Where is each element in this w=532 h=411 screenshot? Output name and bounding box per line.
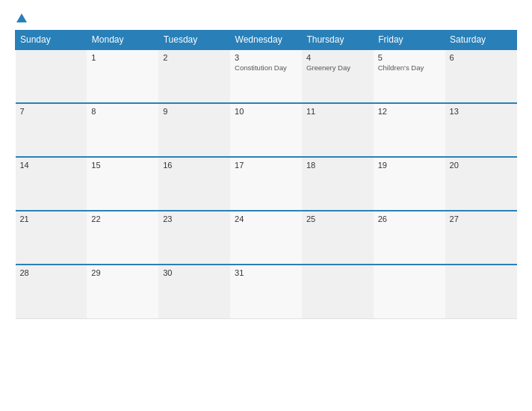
day-number: 2 — [163, 53, 226, 62]
day-number: 6 — [450, 53, 513, 62]
calendar-week-row: 123Constitution Day4Greenery Day5Childre… — [16, 49, 517, 103]
day-number: 4 — [306, 53, 369, 62]
day-number: 22 — [91, 214, 154, 223]
calendar-day-cell: 19 — [374, 157, 445, 211]
calendar-week-row: 21222324252627 — [16, 211, 517, 265]
day-number: 23 — [163, 214, 226, 223]
day-number: 29 — [91, 268, 154, 277]
holiday-label: Children's Day — [378, 64, 441, 72]
logo-triangle-icon — [16, 13, 27, 22]
calendar-day-cell: 7 — [16, 103, 87, 157]
calendar-day-cell: 31 — [230, 265, 302, 318]
day-number: 9 — [163, 107, 226, 116]
calendar-header-row: SundayMondayTuesdayWednesdayThursdayFrid… — [16, 31, 517, 50]
calendar-day-cell — [302, 265, 374, 318]
calendar-day-cell: 24 — [230, 211, 302, 265]
day-number: 13 — [450, 107, 513, 116]
calendar-day-cell: 16 — [158, 157, 230, 211]
day-number: 19 — [378, 161, 441, 170]
calendar-day-cell: 26 — [374, 211, 445, 265]
day-number: 27 — [450, 214, 513, 223]
day-of-week-header: Wednesday — [230, 31, 302, 50]
calendar-day-cell: 1 — [87, 49, 158, 103]
calendar-day-cell: 30 — [158, 265, 230, 318]
calendar-body: 123Constitution Day4Greenery Day5Childre… — [16, 49, 517, 318]
day-number: 10 — [235, 107, 297, 116]
day-number: 20 — [450, 161, 513, 170]
day-of-week-header: Monday — [87, 31, 158, 50]
day-number: 15 — [91, 161, 154, 170]
holiday-label: Constitution Day — [235, 64, 297, 72]
calendar-day-cell: 15 — [87, 157, 158, 211]
calendar-day-cell: 3Constitution Day — [230, 49, 302, 103]
page: SundayMondayTuesdayWednesdayThursdayFrid… — [0, 0, 532, 411]
calendar-day-cell — [374, 265, 445, 318]
calendar-week-row: 78910111213 — [16, 103, 517, 157]
calendar-day-cell: 5Children's Day — [374, 49, 445, 103]
day-of-week-header: Saturday — [445, 31, 517, 50]
calendar-day-cell: 23 — [158, 211, 230, 265]
day-number: 24 — [235, 214, 297, 223]
holiday-label: Greenery Day — [306, 64, 369, 72]
calendar-day-cell: 27 — [445, 211, 517, 265]
calendar-day-cell: 4Greenery Day — [302, 49, 374, 103]
calendar-day-cell — [445, 265, 517, 318]
day-number: 25 — [306, 214, 369, 223]
day-number: 3 — [235, 53, 297, 62]
day-number: 21 — [20, 214, 83, 223]
calendar-day-cell: 20 — [445, 157, 517, 211]
calendar-day-cell: 10 — [230, 103, 302, 157]
day-number: 12 — [378, 107, 441, 116]
header — [15, 13, 517, 22]
calendar-day-cell: 14 — [16, 157, 87, 211]
calendar-day-cell: 6 — [445, 49, 517, 103]
calendar-day-cell — [16, 49, 87, 103]
calendar-day-cell: 18 — [302, 157, 374, 211]
calendar-day-cell: 17 — [230, 157, 302, 211]
day-number: 17 — [235, 161, 297, 170]
day-number: 31 — [235, 268, 297, 277]
day-number: 11 — [306, 107, 369, 116]
day-number: 18 — [306, 161, 369, 170]
calendar-day-cell: 29 — [87, 265, 158, 318]
day-of-week-header: Thursday — [302, 31, 374, 50]
calendar-week-row: 14151617181920 — [16, 157, 517, 211]
calendar-day-cell: 13 — [445, 103, 517, 157]
day-of-week-header: Sunday — [16, 31, 87, 50]
calendar-day-cell: 9 — [158, 103, 230, 157]
day-of-week-header: Tuesday — [158, 31, 230, 50]
calendar-day-cell: 8 — [87, 103, 158, 157]
calendar-day-cell: 2 — [158, 49, 230, 103]
day-number: 30 — [163, 268, 226, 277]
calendar-day-cell: 21 — [16, 211, 87, 265]
day-of-week-header: Friday — [374, 31, 445, 50]
day-number: 14 — [20, 161, 83, 170]
day-number: 26 — [378, 214, 441, 223]
calendar-day-cell: 25 — [302, 211, 374, 265]
calendar-table: SundayMondayTuesdayWednesdayThursdayFrid… — [15, 30, 517, 319]
calendar-day-cell: 28 — [16, 265, 87, 318]
day-number: 1 — [91, 53, 154, 62]
logo — [15, 13, 27, 22]
calendar-day-cell: 22 — [87, 211, 158, 265]
day-number: 28 — [20, 268, 83, 277]
calendar-day-cell: 12 — [374, 103, 445, 157]
day-number: 16 — [163, 161, 226, 170]
calendar-week-row: 28293031 — [16, 265, 517, 318]
calendar-day-cell: 11 — [302, 103, 374, 157]
day-number: 5 — [378, 53, 441, 62]
day-number: 8 — [91, 107, 154, 116]
day-number: 7 — [20, 107, 83, 116]
